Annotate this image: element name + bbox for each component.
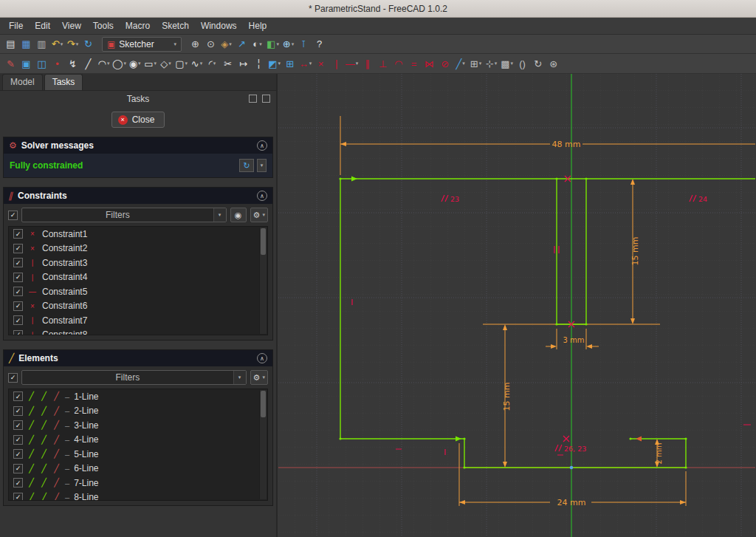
create-point-icon[interactable]: • ▾ (50, 55, 64, 72)
constraint-row[interactable]: ✓ ∣ Constraint3 (9, 256, 267, 270)
constraints-settings-button[interactable]: ⚙ ▾ (250, 208, 268, 222)
constraint-row[interactable]: ✓ ∣ Constraint8 (9, 328, 267, 336)
extend-edge-icon[interactable]: ↦ ▾ (236, 55, 250, 72)
sync-view-icon[interactable]: ↗ ▾ (235, 36, 249, 52)
create-rectangle-icon[interactable]: ▭ ▾ (143, 55, 157, 72)
constraint-checkbox[interactable]: ✓ (13, 229, 23, 239)
constraint-row[interactable]: ✓ ∣ Constraint7 (9, 313, 267, 328)
element-row[interactable]: ✓ ╱ ╱ ╱ – 6-Line (9, 462, 267, 476)
element-checkbox[interactable]: ✓ (13, 406, 23, 416)
element-row[interactable]: ✓ ╱ ╱ ╱ – 7-Line (9, 476, 267, 490)
element-row[interactable]: ✓ ╱ ╱ ╱ – 4-Line (9, 433, 267, 448)
dimension-48mm[interactable]: 48 mm (552, 140, 581, 149)
dimension-icon[interactable]: ↔ ▾ (298, 55, 312, 72)
sketch-view[interactable]: 48 mm 15 mm 15 mm 3 mm 2 mm 24 mm (278, 74, 756, 537)
external-geometry-icon[interactable]: ◩ ▾ (267, 55, 281, 72)
measure-icon[interactable]: ⊺ ▾ (297, 36, 311, 52)
save-icon[interactable]: ▥ ▾ (35, 36, 49, 52)
dock-panel-icon[interactable] (249, 95, 257, 103)
element-checkbox[interactable]: ✓ (13, 449, 23, 459)
constraint-checkbox[interactable]: ✓ (13, 287, 23, 296)
zoom-fit-icon[interactable]: ⊕ ▾ (188, 36, 202, 52)
element-checkbox[interactable]: ✓ (13, 478, 23, 488)
panel-tab[interactable]: Model (2, 74, 43, 90)
leave-sketch-icon[interactable]: ✎ ▾ (4, 55, 18, 72)
float-panel-icon[interactable] (262, 95, 270, 103)
refresh-icon[interactable]: ↻ ▾ (81, 36, 95, 52)
origin-point[interactable] (570, 466, 574, 470)
create-ellipse-icon[interactable]: ◉ ▾ (128, 55, 142, 72)
panel-tab[interactable]: Tasks (44, 74, 83, 90)
element-checkbox[interactable]: ✓ (13, 391, 23, 401)
constraint-checkbox[interactable]: ✓ (13, 315, 23, 325)
equal-constraint-icon[interactable]: = ▾ (407, 55, 421, 72)
element-checkbox[interactable]: ✓ (13, 493, 23, 501)
elements-filter-combo[interactable]: Filters ▾ (21, 370, 247, 385)
constraint-checkbox[interactable]: ✓ (13, 301, 23, 311)
create-polyline-icon[interactable]: ↯ ▾ (66, 55, 80, 72)
vertical-constraint-icon[interactable]: ∣ ▾ (329, 55, 343, 72)
draw-style-icon[interactable]: ◐ ▾ (250, 36, 264, 52)
element-checkbox[interactable]: ✓ (13, 420, 23, 430)
element-row[interactable]: ✓ ╱ ╱ ╱ – 3-Line (9, 418, 267, 433)
view-sketch-icon[interactable]: ▣ ▾ (19, 55, 33, 72)
dimension-2mm[interactable]: 2 mm (655, 442, 663, 464)
split-edge-icon[interactable]: ╎ ▾ (252, 55, 266, 72)
constraint-checkbox[interactable]: ✓ (13, 330, 23, 335)
create-bspline-icon[interactable]: ∿ ▾ (190, 55, 204, 72)
element-row[interactable]: ✓ ╱ ╱ ╱ – 1-Line (9, 389, 267, 404)
solver-header[interactable]: ⚙ Solver messages ∧ (4, 137, 272, 154)
open-document-icon[interactable]: ▦ ▾ (19, 36, 33, 52)
menu-item[interactable]: File (3, 18, 29, 33)
scrollbar-thumb[interactable] (261, 228, 266, 255)
menu-item[interactable]: Edit (29, 18, 56, 33)
trim-edge-icon[interactable]: ✂ ▾ (221, 55, 235, 72)
collapse-section-icon[interactable]: ∧ (257, 353, 267, 363)
grid-settings-icon[interactable]: ⊞ ▾ (469, 55, 483, 72)
constraint-checkbox[interactable]: ✓ (13, 273, 23, 282)
dimension-24mm[interactable]: 24 mm (557, 498, 586, 507)
refresh-sketch-icon[interactable]: ↻ ▾ (531, 55, 545, 72)
menu-item[interactable]: Windows (195, 18, 243, 33)
collapse-section-icon[interactable]: ∧ (257, 140, 267, 151)
selection-view-icon[interactable]: ◧ ▾ (266, 36, 280, 52)
constraint-label-23[interactable]: 23 (450, 195, 459, 203)
menu-item[interactable]: View (56, 18, 87, 33)
3d-viewport[interactable]: 48 mm 15 mm 15 mm 3 mm 2 mm 24 mm (278, 74, 756, 537)
snap-settings-icon[interactable]: ⊹ ▾ (484, 55, 498, 72)
create-line-icon[interactable]: ╱ ▾ (81, 55, 95, 72)
element-row[interactable]: ✓ ╱ ╱ ╱ – 5-Line (9, 447, 267, 462)
workbench-selector[interactable]: ▣ Sketcher ▾ (102, 37, 182, 52)
constraint-visibility-icon[interactable]: () ▾ (515, 55, 529, 72)
element-row[interactable]: ✓ ╱ ╱ ╱ – 8-Line (9, 490, 267, 502)
create-circle-icon[interactable]: ◯ ▾ (112, 55, 126, 72)
tangent-constraint-icon[interactable]: ◠ ▾ (391, 55, 405, 72)
constraint-checkbox[interactable]: ✓ (13, 244, 23, 253)
elements-header[interactable]: ╱ Elements ∧ (4, 350, 272, 366)
constraint-label-24[interactable]: 24 (698, 195, 707, 203)
dimension-15mm-right[interactable]: 15 mm (630, 237, 640, 266)
zoom-tools-icon[interactable]: ⊕ ▾ (281, 36, 295, 52)
view-section-icon[interactable]: ◫ ▾ (35, 55, 49, 72)
constraint-row[interactable]: ✓ × Constraint1 (9, 227, 267, 242)
zoom-selection-icon[interactable]: ⊙ ▾ (204, 36, 218, 52)
collapse-section-icon[interactable]: ∧ (257, 191, 267, 201)
menu-item[interactable]: Sketch (156, 18, 195, 33)
window-titlebar[interactable]: * ParametricStand - FreeCAD 1.0.2 (0, 0, 756, 18)
constraint-row[interactable]: ✓ × Constraint2 (9, 242, 267, 256)
scrollbar-thumb[interactable] (261, 391, 266, 417)
whats-this-icon[interactable]: ? ▾ (312, 36, 326, 52)
solver-options-button[interactable]: ▾ (257, 159, 267, 172)
element-checkbox[interactable]: ✓ (13, 435, 23, 445)
element-checkbox[interactable]: ✓ (13, 464, 23, 473)
auto-update-button[interactable]: ↻ (239, 159, 254, 172)
edit-mode-tools-icon[interactable]: ⊛ ▾ (546, 55, 560, 72)
close-button[interactable]: × Close (111, 112, 165, 128)
parallel-constraint-icon[interactable]: ∥ ▾ (360, 55, 374, 72)
constraint-row[interactable]: ✓ ― Constraint5 (9, 284, 267, 299)
create-slot-icon[interactable]: ▢ ▾ (174, 55, 188, 72)
toggle-construction-icon[interactable]: ╱ ▾ (453, 55, 467, 72)
elements-scrollbar[interactable] (259, 390, 267, 499)
undo-icon[interactable]: ↶ ▾ (50, 36, 64, 52)
show-hide-constraints-button[interactable]: ◉ (230, 208, 247, 222)
